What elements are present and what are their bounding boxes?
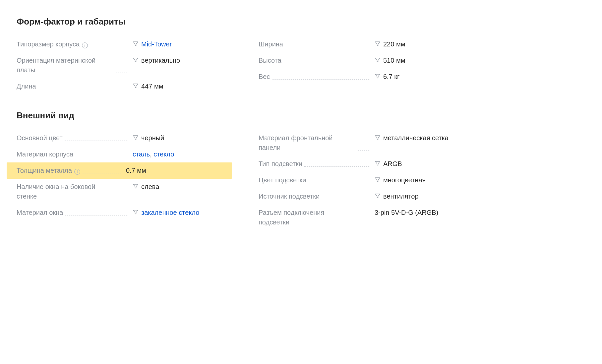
spec-columns: Типоразмер корпусаMid-TowerОриентация ма… <box>17 36 585 94</box>
spec-label-wrap: Вес <box>259 72 375 82</box>
filter-icon[interactable] <box>133 57 139 63</box>
filter-icon[interactable] <box>375 193 381 199</box>
spec-label: Источник подсветки <box>259 192 320 201</box>
spec-value-text: Mid-Tower <box>141 39 172 49</box>
spec-value-text: 0.7 мм <box>126 166 146 175</box>
spec-label-wrap: Материал фронтальной панели <box>259 133 375 152</box>
spec-dots <box>283 63 370 63</box>
spec-row: Высота510 мм <box>259 52 474 69</box>
spec-label-wrap: Высота <box>259 56 375 65</box>
filter-icon[interactable] <box>133 83 139 89</box>
spec-label: Длина <box>17 82 36 91</box>
spec-value-text: вертикально <box>141 56 180 65</box>
spec-label-wrap: Типоразмер корпуса <box>17 39 133 49</box>
section-title: Форм-фактор и габариты <box>17 17 585 27</box>
spec-label: Высота <box>259 56 281 65</box>
info-icon[interactable] <box>82 42 88 49</box>
spec-value: многоцветная <box>375 175 474 185</box>
spec-value-text: многоцветная <box>383 175 426 185</box>
spec-label: Наличие окна на боковой стенке <box>17 182 113 201</box>
spec-dots <box>357 225 370 225</box>
spec-value-plain: черный <box>141 134 164 142</box>
filter-icon[interactable] <box>375 135 381 141</box>
spec-label: Ширина <box>259 39 283 49</box>
spec-label: Материал фронтальной панели <box>259 133 355 152</box>
spec-value: закаленное стекло <box>133 208 232 217</box>
spec-label: Материал окна <box>17 208 63 217</box>
spec-value: вентилятор <box>375 192 474 201</box>
spec-row: Вес6.7 кг <box>259 69 474 85</box>
spec-row: Ширина220 мм <box>259 36 474 52</box>
spec-value-text: вентилятор <box>383 192 419 201</box>
spec-dots <box>115 199 128 199</box>
spec-value-text: черный <box>141 133 164 143</box>
spec-value-link[interactable]: закаленное стекло <box>141 209 199 216</box>
spec-value-link[interactable]: Mid-Tower <box>141 40 172 48</box>
spec-row: Материал фронтальной панелиметаллическая… <box>259 130 474 156</box>
spec-column-left: Типоразмер корпусаMid-TowerОриентация ма… <box>17 36 232 94</box>
filter-icon[interactable] <box>375 57 381 63</box>
spec-columns: Основной цветчерныйМатериал корпусасталь… <box>17 130 585 230</box>
spec-row: Длина447 мм <box>17 78 232 94</box>
spec-value: черный <box>133 133 232 143</box>
filter-icon[interactable] <box>375 41 381 47</box>
filter-icon[interactable] <box>133 183 139 189</box>
spec-label-wrap: Ориентация материнской платы <box>17 56 133 75</box>
spec-row: Материал окназакаленное стекло <box>17 205 232 221</box>
spec-label-wrap: Ширина <box>259 39 375 49</box>
section-form-factor: Форм-фактор и габариты Типоразмер корпус… <box>17 17 585 94</box>
spec-value-plain: 6.7 кг <box>383 73 399 80</box>
section-appearance: Внешний вид Основной цветчерныйМатериал … <box>17 110 585 230</box>
spec-label-wrap: Цвет подсветки <box>259 175 375 185</box>
spec-value-link[interactable]: сталь <box>133 151 150 158</box>
spec-row: Типоразмер корпусаMid-Tower <box>17 36 232 52</box>
spec-value-text: 220 мм <box>383 39 405 49</box>
spec-label: Основной цвет <box>17 133 63 143</box>
spec-column-left: Основной цветчерныйМатериал корпусасталь… <box>17 130 232 230</box>
spec-label: Разъем подключения подсветки <box>259 208 355 227</box>
spec-value-text: сталь, стекло <box>133 150 174 159</box>
spec-value-plain: 3-pin 5V-D-G (ARGB) <box>375 209 438 216</box>
spec-label: Ориентация материнской платы <box>17 56 113 75</box>
spec-label-wrap: Толщина металла <box>17 166 126 175</box>
spec-column-right: Ширина220 ммВысота510 ммВес6.7 кг <box>259 36 474 94</box>
spec-row: Материал корпусасталь, стекло <box>17 146 232 162</box>
spec-dots <box>304 166 370 167</box>
filter-icon[interactable] <box>133 209 139 215</box>
section-title: Внешний вид <box>17 110 585 121</box>
filter-icon[interactable] <box>375 73 381 79</box>
filter-icon[interactable] <box>133 135 139 141</box>
spec-label: Цвет подсветки <box>259 175 306 185</box>
spec-value-text: слева <box>141 182 159 192</box>
spec-value-plain: ARGB <box>383 160 402 167</box>
spec-value-plain: многоцветная <box>383 176 426 184</box>
spec-dots <box>115 73 128 73</box>
info-icon[interactable] <box>74 168 81 175</box>
spec-value-plain: вертикально <box>141 57 180 64</box>
spec-value: 510 мм <box>375 56 474 65</box>
spec-value: ARGB <box>375 159 474 169</box>
spec-value-link[interactable]: стекло <box>153 151 174 158</box>
spec-value: металлическая сетка <box>375 133 474 143</box>
filter-icon[interactable] <box>133 41 139 47</box>
spec-dots <box>83 173 121 173</box>
spec-dots <box>322 199 370 199</box>
spec-row: Цвет подсветкимногоцветная <box>259 172 474 188</box>
spec-dots <box>38 89 128 89</box>
filter-icon[interactable] <box>375 177 381 183</box>
spec-value-plain: металлическая сетка <box>383 134 449 142</box>
spec-value-plain: 220 мм <box>383 40 405 48</box>
spec-value-text: металлическая сетка <box>383 133 449 143</box>
spec-label: Вес <box>259 72 270 82</box>
spec-value-plain: вентилятор <box>383 193 419 200</box>
spec-dots <box>308 183 370 183</box>
spec-label-wrap: Длина <box>17 82 133 91</box>
spec-value-text: 447 мм <box>141 82 163 91</box>
spec-value-text: закаленное стекло <box>141 208 199 217</box>
spec-row: Наличие окна на боковой стенкеслева <box>17 179 232 205</box>
spec-label-wrap: Разъем подключения подсветки <box>259 208 375 227</box>
spec-column-right: Материал фронтальной панелиметаллическая… <box>259 130 474 230</box>
spec-row: Толщина металла0.7 мм <box>7 162 232 179</box>
filter-icon[interactable] <box>375 160 381 166</box>
spec-label-wrap: Источник подсветки <box>259 192 375 201</box>
